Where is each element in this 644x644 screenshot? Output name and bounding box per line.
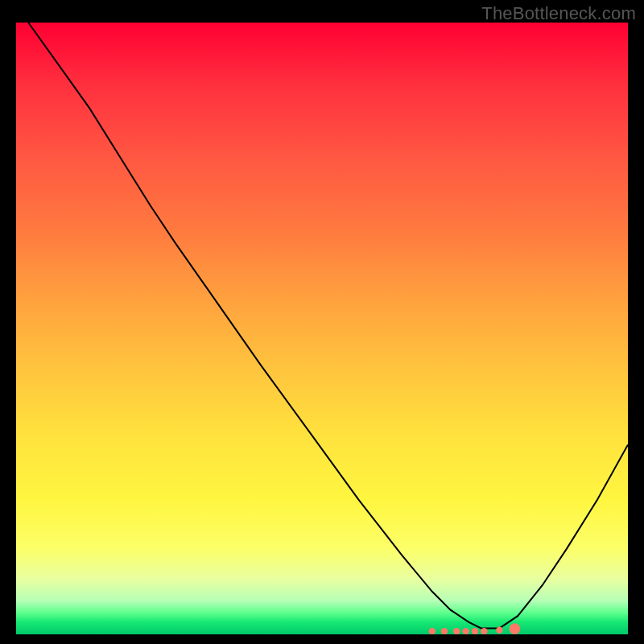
plot-area bbox=[16, 23, 628, 634]
chart-svg bbox=[16, 23, 628, 634]
marker-dot bbox=[462, 628, 469, 634]
watermark-text: TheBottleneck.com bbox=[481, 3, 636, 24]
marker-dot bbox=[429, 628, 436, 634]
chart-container: TheBottleneck.com bbox=[0, 0, 644, 644]
marker-dot bbox=[441, 628, 448, 634]
marker-dot bbox=[481, 628, 487, 634]
marker-dot bbox=[510, 623, 521, 634]
marker-dot bbox=[496, 627, 502, 634]
marker-dot bbox=[472, 628, 478, 634]
bottleneck-curve-line bbox=[28, 23, 628, 628]
marker-dot bbox=[453, 628, 460, 634]
